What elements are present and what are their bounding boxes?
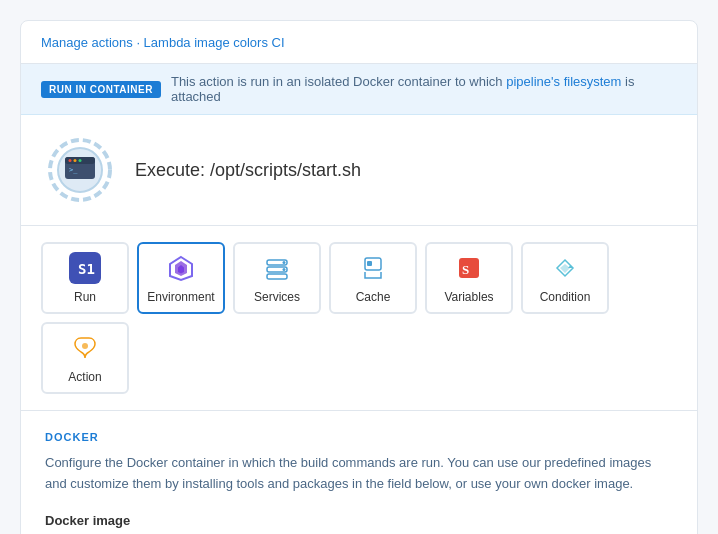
breadcrumb-bar: Manage actions · Lambda image colors CI xyxy=(21,21,697,64)
tab-condition-label: Condition xyxy=(540,290,591,304)
banner-badge: RUN IN CONTAINER xyxy=(41,81,161,98)
tab-condition[interactable]: Condition xyxy=(521,242,609,314)
svg-point-4 xyxy=(69,159,72,162)
services-icon xyxy=(261,252,293,284)
main-card: Manage actions · Lambda image colors CI … xyxy=(20,20,698,534)
action-icon-wrapper: >_ xyxy=(45,135,115,205)
svg-text:>_: >_ xyxy=(69,166,78,174)
svg-point-17 xyxy=(283,261,286,264)
action-icon xyxy=(69,332,101,364)
run-icon: S1 xyxy=(69,252,101,284)
svg-text:S1: S1 xyxy=(78,261,95,277)
section-label: DOCKER xyxy=(45,431,673,443)
action-title: Execute: /opt/scripts/start.sh xyxy=(135,160,361,181)
tab-environment[interactable]: Environment xyxy=(137,242,225,314)
action-gear-icon: >_ xyxy=(45,135,115,205)
tab-variables-label: Variables xyxy=(444,290,493,304)
banner: RUN IN CONTAINER This action is run in a… xyxy=(21,64,697,115)
variables-icon: S xyxy=(453,252,485,284)
svg-point-26 xyxy=(82,343,88,349)
svg-rect-20 xyxy=(367,261,372,266)
content-area: DOCKER Configure the Docker container in… xyxy=(21,411,697,534)
banner-text: This action is run in an isolated Docker… xyxy=(171,74,677,104)
svg-rect-16 xyxy=(267,274,287,279)
tab-services-label: Services xyxy=(254,290,300,304)
tabs-row: S1 Run Environment xyxy=(21,226,697,411)
svg-point-5 xyxy=(74,159,77,162)
svg-point-18 xyxy=(283,268,286,271)
tab-cache[interactable]: Cache xyxy=(329,242,417,314)
tab-environment-label: Environment xyxy=(147,290,214,304)
tab-run[interactable]: S1 Run xyxy=(41,242,129,314)
pipeline-filesystem-link[interactable]: pipeline's filesystem xyxy=(506,74,621,89)
docker-image-label: Docker image xyxy=(45,513,673,528)
section-description: Configure the Docker container in which … xyxy=(45,453,673,495)
tab-action-label: Action xyxy=(68,370,101,384)
breadcrumb[interactable]: Manage actions · Lambda image colors CI xyxy=(41,35,285,50)
tab-action[interactable]: Action xyxy=(41,322,129,394)
condition-icon xyxy=(549,252,581,284)
svg-point-6 xyxy=(79,159,82,162)
svg-text:S: S xyxy=(462,262,469,277)
tab-services[interactable]: Services xyxy=(233,242,321,314)
tab-variables[interactable]: S Variables xyxy=(425,242,513,314)
action-header: >_ Execute: /opt/scripts/start.sh xyxy=(21,115,697,226)
cache-icon xyxy=(357,252,389,284)
tab-run-label: Run xyxy=(74,290,96,304)
environment-icon xyxy=(165,252,197,284)
tab-cache-label: Cache xyxy=(356,290,391,304)
